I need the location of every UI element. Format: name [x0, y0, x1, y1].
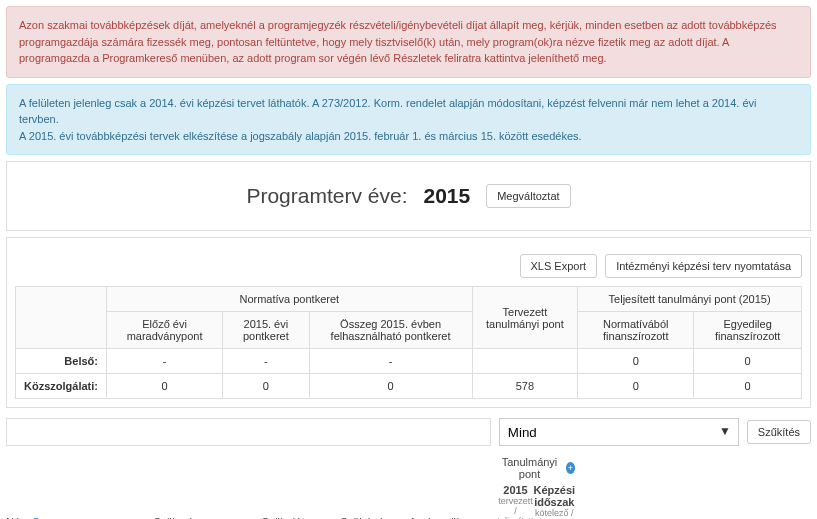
alert-warning: Azon szakmai továbbképzések díját, amely…: [6, 6, 811, 78]
year-value: 2015: [423, 184, 470, 208]
info-icon[interactable]: +: [566, 462, 576, 474]
th-prev: Előző évi maradványpont: [106, 312, 222, 349]
print-plan-button[interactable]: Intézményi képzési terv nyomtatása: [605, 254, 802, 278]
summary-row: Közszolgálati:00057800: [16, 374, 802, 399]
th-points-group: Tanulmányi pont: [498, 456, 562, 480]
list-header: Név Szül. név Szül. dátum Szül. hely Any…: [6, 456, 811, 519]
th-2015: 2015: [503, 484, 527, 496]
alert-info: A felületen jelenleg csak a 2014. évi ké…: [6, 84, 811, 156]
th-done: Teljesített tanulmányi pont (2015): [578, 287, 802, 312]
filter-row: Mind ▼ Szűkítés: [6, 418, 811, 446]
th-yearquota: 2015. évi pontkeret: [223, 312, 309, 349]
change-year-button[interactable]: Megváltoztat: [486, 184, 570, 208]
filter-input[interactable]: [6, 418, 491, 446]
th-normfin: Normatívából finanszírozott: [578, 312, 694, 349]
th-period: Képzési időszak: [534, 484, 576, 508]
summary-row: Belső:---00: [16, 349, 802, 374]
th-period-sub: kötelező / teljesített: [534, 508, 576, 519]
th-total: Összeg 2015. évben felhasználható pontke…: [309, 312, 472, 349]
year-panel: Programterv éve: 2015 Megváltoztat: [6, 161, 811, 231]
alert-info-line1: A felületen jelenleg csak a 2014. évi ké…: [19, 95, 798, 128]
xls-export-button[interactable]: XLS Export: [520, 254, 598, 278]
filter-select[interactable]: Mind: [499, 418, 739, 446]
th-indfin: Egyedileg finanszírozott: [694, 312, 802, 349]
summary-panel: XLS Export Intézményi képzési terv nyomt…: [6, 237, 811, 408]
th-2015-sub: tervezett / teljesített: [498, 496, 534, 519]
summary-table: Normatíva pontkeret Tervezett tanulmányi…: [15, 286, 802, 399]
alert-info-line2: A 2015. évi továbbképzési tervek elkészí…: [19, 128, 798, 145]
narrow-button[interactable]: Szűkítés: [747, 420, 811, 444]
year-label: Programterv éve:: [246, 184, 407, 208]
th-normativa: Normatíva pontkeret: [106, 287, 472, 312]
th-planned: Tervezett tanulmányi pont: [472, 287, 578, 349]
